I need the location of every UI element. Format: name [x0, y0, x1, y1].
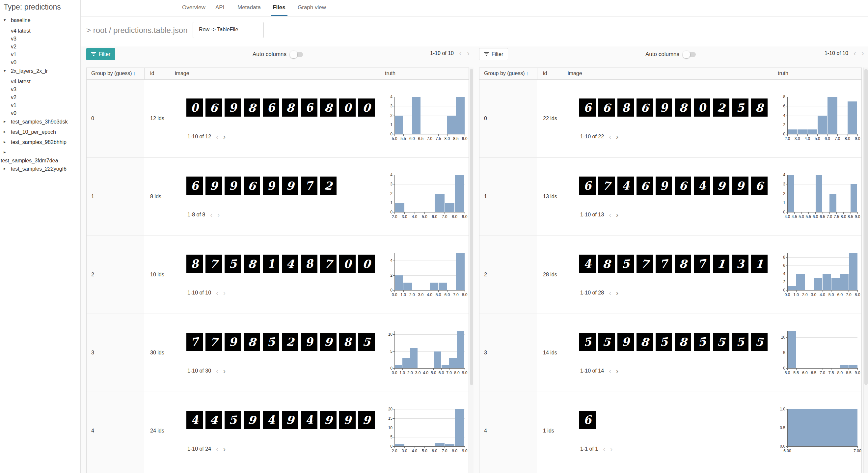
mnist-thumbnail[interactable]: 5	[751, 333, 768, 351]
mnist-thumbnail[interactable]: 9	[263, 177, 279, 195]
chevron-right-icon[interactable]: ›	[616, 134, 618, 140]
chevron-right-icon[interactable]: ›	[616, 290, 618, 296]
mnist-thumbnail[interactable]: 6	[579, 98, 596, 117]
tree-version-v3[interactable]: v3	[0, 36, 81, 43]
mnist-thumbnail[interactable]: 2	[282, 333, 298, 351]
mnist-thumbnail[interactable]: 9	[244, 411, 260, 429]
mnist-thumbnail[interactable]: 9	[206, 177, 222, 195]
mnist-thumbnail[interactable]: 0	[358, 98, 375, 117]
tree-node-baseline[interactable]: ▾baseline	[0, 17, 81, 25]
mnist-thumbnail[interactable]: 9	[301, 333, 317, 351]
mnist-thumbnail[interactable]: 6	[675, 177, 691, 195]
mnist-thumbnail[interactable]: 0	[339, 98, 355, 117]
mnist-thumbnail[interactable]: 9	[320, 333, 337, 351]
mnist-thumbnail[interactable]: 4	[186, 411, 203, 429]
auto-columns-toggle[interactable]	[683, 52, 696, 57]
mnist-thumbnail[interactable]: 5	[598, 333, 615, 351]
tree-node-2x-layers-2x-lr[interactable]: ▾2x_layers_2x_lr	[0, 68, 81, 76]
mnist-thumbnail[interactable]: 4	[282, 255, 298, 273]
column-header-id[interactable]: id	[150, 70, 154, 77]
mnist-thumbnail[interactable]: 4	[694, 177, 710, 195]
mnist-thumbnail[interactable]: 0	[694, 98, 710, 117]
chevron-right-icon[interactable]: ›	[616, 367, 618, 374]
mnist-thumbnail[interactable]: 6	[244, 177, 260, 195]
mnist-thumbnail[interactable]: 9	[732, 177, 748, 195]
mnist-thumbnail[interactable]: 8	[675, 255, 691, 273]
mnist-thumbnail[interactable]: 6	[637, 177, 653, 195]
mnist-thumbnail[interactable]: 7	[656, 255, 672, 273]
filter-button[interactable]: Filter	[86, 48, 115, 60]
tab-api[interactable]: API	[215, 4, 224, 11]
mnist-thumbnail[interactable]: 5	[263, 333, 279, 351]
mnist-thumbnail[interactable]: 8	[617, 98, 634, 117]
tab-overview[interactable]: Overview	[182, 4, 206, 11]
mnist-thumbnail[interactable]: 9	[617, 333, 634, 351]
column-header-image[interactable]: image	[175, 70, 189, 77]
mnist-thumbnail[interactable]: 9	[224, 177, 241, 195]
mnist-thumbnail[interactable]: 9	[339, 411, 355, 429]
mnist-thumbnail[interactable]: 8	[186, 255, 203, 273]
mnist-thumbnail[interactable]: 7	[186, 333, 203, 351]
mnist-thumbnail[interactable]: 6	[637, 98, 653, 117]
chevron-right-icon[interactable]: ›	[223, 446, 225, 452]
mnist-thumbnail[interactable]: 4	[579, 255, 596, 273]
mnist-thumbnail[interactable]: 5	[224, 255, 241, 273]
column-header-group[interactable]: Group by (guess)↑	[484, 70, 528, 77]
tree-node-test-samples-982bhhip[interactable]: ▸test_samples_982bhhip	[0, 139, 81, 147]
mnist-thumbnail[interactable]: 1	[751, 255, 768, 273]
filter-button[interactable]: Filter	[479, 48, 508, 60]
mnist-thumbnail[interactable]: 6	[579, 411, 596, 429]
tree-version-v1[interactable]: v1	[0, 102, 81, 110]
scrollbar-thumb[interactable]	[470, 69, 473, 385]
tree-version-v2[interactable]: v2	[0, 43, 81, 51]
tree-version-v3[interactable]: v3	[0, 86, 81, 94]
mnist-thumbnail[interactable]: 7	[637, 255, 653, 273]
mnist-thumbnail[interactable]: 5	[732, 333, 748, 351]
mnist-thumbnail[interactable]: 5	[656, 333, 672, 351]
mnist-thumbnail[interactable]: 9	[358, 411, 375, 429]
tab-files[interactable]: Files	[273, 4, 285, 11]
column-header-group[interactable]: Group by (guess)↑	[91, 70, 136, 77]
mnist-thumbnail[interactable]: 3	[732, 255, 748, 273]
tree-version-v0[interactable]: v0	[0, 59, 81, 67]
mnist-thumbnail[interactable]: 9	[656, 98, 672, 117]
column-header-truth[interactable]: truth	[385, 70, 396, 77]
tree-version-v1[interactable]: v1	[0, 51, 81, 59]
scrollbar-thumb[interactable]	[864, 69, 868, 385]
mnist-thumbnail[interactable]: 8	[282, 98, 298, 117]
mnist-thumbnail[interactable]: 8	[320, 98, 337, 117]
column-header-truth[interactable]: truth	[778, 70, 788, 77]
mnist-thumbnail[interactable]: 0	[186, 98, 203, 117]
mnist-thumbnail[interactable]: 9	[224, 98, 241, 117]
column-header-id[interactable]: id	[543, 70, 547, 77]
mnist-thumbnail[interactable]: 0	[358, 255, 375, 273]
mnist-thumbnail[interactable]: 8	[751, 98, 768, 117]
mnist-thumbnail[interactable]: 7	[301, 177, 317, 195]
mnist-thumbnail[interactable]: 7	[206, 333, 222, 351]
mnist-thumbnail[interactable]: 8	[675, 333, 691, 351]
chevron-right-icon[interactable]: ›	[616, 211, 618, 218]
mnist-thumbnail[interactable]: 4	[263, 411, 279, 429]
chevron-right-icon[interactable]: ›	[223, 367, 225, 374]
tree-version-v2[interactable]: v2	[0, 94, 81, 102]
mnist-thumbnail[interactable]: 5	[579, 333, 596, 351]
mnist-thumbnail[interactable]: 7	[320, 255, 337, 273]
mnist-thumbnail[interactable]: 7	[694, 255, 710, 273]
mnist-thumbnail[interactable]: 6	[206, 98, 222, 117]
mnist-thumbnail[interactable]: 1	[263, 255, 279, 273]
tree-node-test-samples-222yogf6[interactable]: ▸test_samples_222yogf6	[0, 166, 81, 173]
mnist-thumbnail[interactable]: 5	[713, 333, 730, 351]
mnist-thumbnail[interactable]: 6	[579, 177, 596, 195]
mnist-thumbnail[interactable]: 9	[282, 411, 298, 429]
mnist-thumbnail[interactable]: 8	[637, 333, 653, 351]
tree-node-test-10-per-epoch[interactable]: ▸test_10_per_epoch	[0, 129, 81, 136]
mnist-thumbnail[interactable]: 9	[713, 177, 730, 195]
mnist-thumbnail[interactable]: 4	[301, 411, 317, 429]
mnist-thumbnail[interactable]: 6	[301, 98, 317, 117]
tree-node-test-samples-3h9o3dsk[interactable]: ▸test_samples_3h9o3dsk	[0, 119, 81, 126]
mnist-thumbnail[interactable]: 6	[598, 98, 615, 117]
mnist-thumbnail[interactable]: 8	[598, 255, 615, 273]
mnist-thumbnail[interactable]: 6	[751, 177, 768, 195]
mnist-thumbnail[interactable]: 7	[598, 177, 615, 195]
mnist-thumbnail[interactable]: 9	[224, 333, 241, 351]
